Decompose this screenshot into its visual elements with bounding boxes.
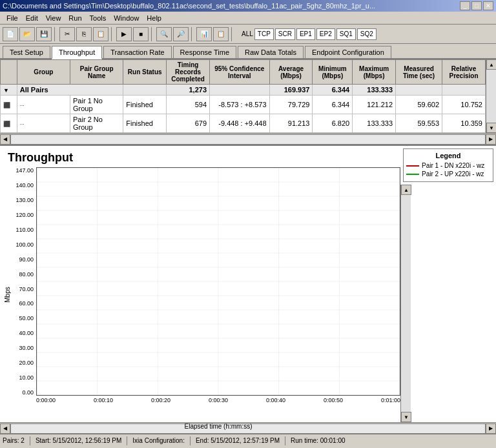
menu-view[interactable]: View [42,13,65,23]
run-button[interactable]: ▶ [116,27,132,41]
status-end: End: 5/15/2012, 12:57:19 PM [196,437,280,444]
ep2-label[interactable]: EP2 [316,28,335,40]
col-records: Timing Records Completed [167,60,210,85]
y-tick: 140.00 [12,182,34,188]
tab-response-time[interactable]: Response Time [173,46,236,58]
new-button[interactable]: 📄 [3,27,18,41]
row-average: 91.213 [269,114,313,133]
all-pairs-label: All Pairs [17,85,123,96]
y-tick: 110.00 [12,227,34,233]
title-bar: C:\Documents and Settings\Tim\Desktop\bu… [0,0,496,12]
row-records: 594 [167,96,210,114]
row-group: ··· [17,114,70,133]
paste-button[interactable]: 📋 [93,27,108,41]
x-tick: 0:00:30 [209,397,228,409]
save-button[interactable]: 💾 [36,27,52,41]
toolbar: 📄 📂 💾 ✂ ⎘ 📋 ▶ ■ 🔍 🔎 📊 📋 ALL TCP SCR EP1 … [0,25,496,44]
chart-svg [37,168,400,395]
tab-raw-data[interactable]: Raw Data Totals [238,46,304,58]
row-maximum: 133.333 [353,114,396,133]
legend-label-pair2: Pair 2 - UP x220i - wz [422,170,484,178]
menu-window[interactable]: Window [110,13,143,23]
tab-test-setup[interactable]: Test Setup [3,46,50,58]
tab-throughput[interactable]: Throughput [52,46,102,59]
y-tick: 90.00 [12,256,34,263]
table-button[interactable]: 📋 [213,27,229,41]
sq2-label[interactable]: SQ2 [357,28,377,40]
hscroll-track[interactable] [10,134,486,145]
maximize-button[interactable]: □ [471,1,482,10]
status-bar: Pairs: 2 Start: 5/15/2012, 12:56:19 PM I… [0,434,496,447]
tab-bar: Test Setup Throughput Transaction Rate R… [0,44,496,59]
row-precision: 10.359 [442,114,486,133]
sq1-label[interactable]: SQ1 [336,28,356,40]
scroll-up-arrow[interactable]: ▲ [486,59,496,70]
minimize-button[interactable]: _ [460,1,470,10]
y-tick: 50.00 [12,315,34,321]
row-status: Finished [123,114,167,133]
col-precision: Relative Precision [442,60,486,85]
open-button[interactable]: 📂 [19,27,35,41]
zoom-in-button[interactable]: 🔍 [156,27,172,41]
status-runtime: Run time: 00:01:00 [291,437,346,444]
copy-button[interactable]: ⎘ [76,27,92,41]
chart-button[interactable]: 📊 [196,27,212,41]
x-tick: 0:00:20 [151,397,170,409]
chart-scrollbar[interactable]: ▲ ▼ [400,185,411,422]
x-tick: 0:00:50 [324,397,343,409]
y-tick: 60.00 [12,300,34,307]
row-confidence: -8.573 : +8.573 [210,96,270,114]
chart-scroll-thumb[interactable] [401,195,411,412]
x-tick: 0:00:40 [266,397,285,409]
status-ixia: Ixia Configuration: [132,437,185,444]
hscroll-right[interactable]: ▶ [486,134,496,145]
legend-item-pair1: Pair 1 - DN x220i - wz [406,162,490,169]
hscroll-left[interactable]: ◀ [0,134,10,145]
chart-hscroll-right[interactable]: ▶ [486,423,496,434]
col-pair-group: Pair Group Name [70,60,123,85]
row-pair-name: Pair 2 No Group [70,114,123,133]
tcp-label[interactable]: TCP [254,28,274,40]
close-button[interactable]: ✕ [483,1,493,10]
table-scrollbar[interactable]: ▲ ▼ [486,59,496,133]
chart-plot-area [36,167,400,396]
y-tick: 30.00 [12,345,34,351]
col-maximum: Maximum (Mbps) [353,60,396,85]
scroll-down-arrow[interactable]: ▼ [486,123,496,133]
stop-button[interactable]: ■ [133,27,149,41]
x-tick: 0:01:00 [381,397,400,409]
chart-scroll-down[interactable]: ▼ [401,412,411,422]
row-minimum: 6.344 [313,96,353,114]
chart-area: Throughput Mbps 0.00 10.00 20.00 30.00 4 [0,146,496,422]
menu-tools[interactable]: Tools [86,13,110,23]
chart-hscroll-left[interactable]: ◀ [0,423,10,434]
row-measured: 59.602 [396,96,442,114]
chart-title: Throughput [3,148,400,167]
tab-transaction-rate[interactable]: Transaction Rate [103,46,171,58]
y-tick: 120.00 [12,212,34,218]
table-hscroll[interactable]: ◀ ▶ [0,133,496,145]
zoom-out-button[interactable]: 🔎 [173,27,189,41]
row-icon: ⬛ [1,114,17,133]
window-title: C:\Documents and Settings\Tim\Desktop\bu… [3,2,375,10]
ep1-label[interactable]: EP1 [296,28,315,40]
row-measured [396,85,442,96]
row-maximum: 133.333 [353,85,396,96]
y-tick: 10.00 [12,374,34,381]
status-start: Start: 5/15/2012, 12:56:19 PM [36,437,121,444]
tab-endpoint-config[interactable]: Endpoint Configuration [305,46,391,58]
menu-file[interactable]: File [3,13,22,23]
scroll-thumb[interactable] [486,70,496,123]
row-records: 679 [167,114,210,133]
col-run-status: Run Status [123,60,167,85]
col-group: Group [17,60,70,85]
menu-help[interactable]: Help [143,13,165,23]
menu-edit[interactable]: Edit [22,13,42,23]
chart-scroll-up[interactable]: ▲ [401,185,411,195]
filter-label: ALL [242,30,253,37]
menu-run[interactable]: Run [65,13,85,23]
x-tick: 0:00:00 [36,397,56,409]
scr-label[interactable]: SCR [275,28,295,40]
cut-button[interactable]: ✂ [59,27,75,41]
col-minimum: Minimum (Mbps) [313,60,353,85]
